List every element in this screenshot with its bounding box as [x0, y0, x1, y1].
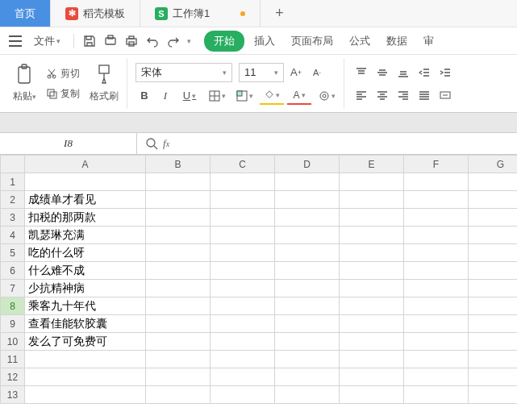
- cell-A8[interactable]: 乘客九十年代: [25, 297, 146, 315]
- cell-C3[interactable]: [211, 209, 275, 227]
- cell-D6[interactable]: [275, 262, 340, 280]
- row-header-11[interactable]: 11: [1, 351, 25, 368]
- file-menu[interactable]: 文件▾: [27, 31, 67, 52]
- cell-B13[interactable]: [146, 386, 211, 404]
- align-middle-button[interactable]: [373, 64, 391, 81]
- cell-E1[interactable]: [340, 173, 404, 191]
- paste-button[interactable]: 粘贴▾: [10, 62, 40, 105]
- select-all-corner[interactable]: [1, 156, 25, 173]
- copy-button[interactable]: 复制: [43, 85, 83, 102]
- tab-templates[interactable]: ✻ 稻壳模板: [51, 0, 140, 27]
- review-menu[interactable]: 审: [417, 31, 440, 52]
- cell-D9[interactable]: [275, 315, 340, 333]
- cell-G9[interactable]: [469, 315, 518, 333]
- cell-D10[interactable]: [275, 333, 340, 351]
- cell-B12[interactable]: [146, 368, 211, 386]
- cell-D2[interactable]: [275, 191, 340, 209]
- cell-E3[interactable]: [340, 209, 404, 227]
- redo-icon[interactable]: [165, 32, 182, 50]
- row-header-6[interactable]: 6: [1, 262, 25, 280]
- row-header-7[interactable]: 7: [1, 280, 25, 297]
- pagelayout-menu[interactable]: 页面布局: [285, 31, 340, 52]
- row-header-13[interactable]: 13: [1, 386, 25, 404]
- cell-E4[interactable]: [340, 227, 404, 244]
- cell-G8[interactable]: [469, 297, 518, 315]
- cell-A5[interactable]: 吃的什么呀: [25, 244, 146, 262]
- row-header-4[interactable]: 4: [1, 227, 25, 244]
- cell-G7[interactable]: [469, 280, 518, 297]
- fx-icon[interactable]: fx: [163, 137, 169, 150]
- cell-B11[interactable]: [146, 351, 211, 368]
- cell-C2[interactable]: [211, 191, 275, 209]
- cell-C11[interactable]: [211, 351, 275, 368]
- cell-E11[interactable]: [340, 351, 404, 368]
- increase-indent-button[interactable]: [436, 64, 454, 81]
- cell-B5[interactable]: [146, 244, 211, 262]
- cell-F1[interactable]: [404, 173, 469, 191]
- merge-button[interactable]: [436, 86, 454, 104]
- cell-D8[interactable]: [275, 297, 340, 315]
- cell-G3[interactable]: [469, 209, 518, 227]
- cell-B4[interactable]: [146, 227, 211, 244]
- font-size-select[interactable]: 11▾: [239, 63, 284, 82]
- cell-E8[interactable]: [340, 297, 404, 315]
- col-header-E[interactable]: E: [340, 156, 404, 173]
- name-box[interactable]: I8: [0, 133, 137, 154]
- start-menu[interactable]: 开始: [204, 31, 244, 52]
- align-top-button[interactable]: [352, 64, 370, 81]
- col-header-G[interactable]: G: [469, 156, 518, 173]
- row-header-9[interactable]: 9: [1, 315, 25, 333]
- cut-button[interactable]: 剪切: [43, 65, 83, 82]
- cell-E9[interactable]: [340, 315, 404, 333]
- cell-C9[interactable]: [211, 315, 275, 333]
- tab-add-button[interactable]: +: [261, 0, 298, 27]
- cell-G5[interactable]: [469, 244, 518, 262]
- save-icon[interactable]: [81, 32, 98, 50]
- cell-A13[interactable]: [25, 386, 146, 404]
- borders-button[interactable]: ▾: [205, 87, 229, 105]
- cell-C13[interactable]: [211, 386, 275, 404]
- underline-button[interactable]: U▾: [177, 87, 202, 105]
- col-header-A[interactable]: A: [25, 156, 146, 173]
- cell-E2[interactable]: [340, 191, 404, 209]
- cell-D4[interactable]: [275, 227, 340, 244]
- cell-F3[interactable]: [404, 209, 469, 227]
- cell-E6[interactable]: [340, 262, 404, 280]
- tab-home[interactable]: 首页: [0, 0, 51, 27]
- phonetic-button[interactable]: ▾: [315, 87, 339, 105]
- cell-C7[interactable]: [211, 280, 275, 297]
- cell-D12[interactable]: [275, 368, 340, 386]
- cell-G12[interactable]: [469, 368, 518, 386]
- row-header-8[interactable]: 8: [1, 297, 25, 315]
- cell-B2[interactable]: [146, 191, 211, 209]
- cell-A12[interactable]: [25, 368, 146, 386]
- cell-B6[interactable]: [146, 262, 211, 280]
- cell-C5[interactable]: [211, 244, 275, 262]
- cell-F12[interactable]: [404, 368, 469, 386]
- cell-F4[interactable]: [404, 227, 469, 244]
- cell-C10[interactable]: [211, 333, 275, 351]
- cell-A6[interactable]: 什么难不成: [25, 262, 146, 280]
- align-left-button[interactable]: [352, 86, 370, 104]
- col-header-B[interactable]: B: [146, 156, 211, 173]
- align-right-button[interactable]: [394, 86, 412, 104]
- align-bottom-button[interactable]: [394, 64, 412, 81]
- qat-chevron-down-icon[interactable]: ▾: [187, 37, 191, 45]
- row-header-2[interactable]: 2: [1, 191, 25, 209]
- cell-C4[interactable]: [211, 227, 275, 244]
- data-menu[interactable]: 数据: [380, 31, 414, 52]
- cell-F7[interactable]: [404, 280, 469, 297]
- formula-menu[interactable]: 公式: [343, 31, 377, 52]
- cell-D3[interactable]: [275, 209, 340, 227]
- row-header-3[interactable]: 3: [1, 209, 25, 227]
- cell-B9[interactable]: [146, 315, 211, 333]
- cell-G11[interactable]: [469, 351, 518, 368]
- cell-A3[interactable]: 扣税的那两款: [25, 209, 146, 227]
- fill-color-button[interactable]: ▾: [260, 87, 284, 105]
- bold-button[interactable]: B: [136, 87, 153, 105]
- spreadsheet-grid[interactable]: A B C D E F G 12成绩单才看见3扣税的那两款4凯瑟琳充满5吃的什么…: [0, 155, 517, 404]
- cell-D13[interactable]: [275, 386, 340, 404]
- cell-F11[interactable]: [404, 351, 469, 368]
- cell-D11[interactable]: [275, 351, 340, 368]
- row-header-5[interactable]: 5: [1, 244, 25, 262]
